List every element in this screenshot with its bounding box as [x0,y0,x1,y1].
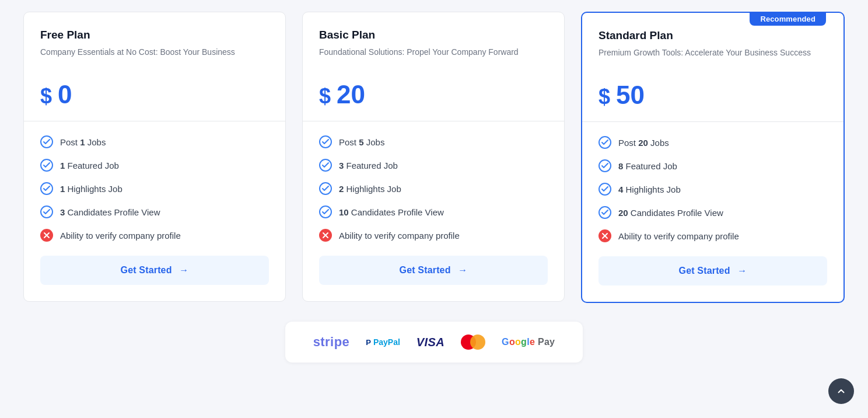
plan-header: Basic Plan Foundational Solutions: Prope… [303,12,564,121]
plan-header: Standard Plan Premium Growth Tools: Acce… [582,13,844,122]
feature-check-item: 2 Highlights Job [319,182,548,195]
scroll-to-top-button[interactable] [828,378,854,404]
feature-check-item: 3 Featured Job [319,159,548,172]
arrow-icon: → [458,265,467,275]
feature-list: Post 1 Jobs 1 Featured Job 1 Highlig [40,135,269,242]
price-symbol: $ [40,84,58,108]
gpay-logo: Google Pay [502,337,555,347]
payment-section: stripe P PayPal VISA Google Pay [23,322,845,363]
check-icon [319,159,332,172]
feature-text: Ability to verify company profile [60,231,181,241]
plan-features: Post 20 Jobs 8 Featured Job 4 Highli [582,122,844,302]
checkmark-icon [43,185,50,192]
cross-icon [319,229,332,242]
mc-yellow-circle [470,335,485,350]
checkmark-icon [322,138,329,145]
feature-text: 3 Candidates Profile View [60,207,160,217]
visa-logo: VISA [416,336,444,349]
feature-cross-item: Ability to verify company profile [319,229,548,242]
arrow-icon: → [737,266,747,276]
check-icon [598,206,611,219]
feature-list: Post 5 Jobs 3 Featured Job 2 Highlig [319,135,548,242]
feature-check-item: 1 Featured Job [40,159,269,172]
feature-text: 2 Highlights Job [339,184,401,194]
plan-description: Company Essentials at No Cost: Boost You… [40,46,269,69]
plan-card-basic: Basic Plan Foundational Solutions: Prope… [302,12,565,302]
plan-price: $ 20 [319,80,548,109]
feature-check-item: 4 Highlights Job [598,183,827,196]
check-icon [319,205,332,218]
checkmark-icon [322,162,329,169]
checkmark-icon [43,208,50,215]
feature-text: 1 Highlights Job [60,184,123,194]
stripe-logo: stripe [313,335,350,350]
get-started-button[interactable]: Get Started → [40,256,269,285]
plan-card-standard: Recommended Standard Plan Premium Growth… [581,12,845,303]
plan-name: Standard Plan [598,29,827,42]
check-icon [40,205,53,218]
feature-check-item: Post 5 Jobs [319,135,548,148]
checkmark-icon [322,208,329,215]
cross-icon [40,229,53,242]
check-icon [319,182,332,195]
feature-text: Post 5 Jobs [339,137,384,147]
feature-text: 8 Featured Job [618,161,677,171]
feature-list: Post 20 Jobs 8 Featured Job 4 Highli [598,136,827,242]
feature-check-item: 10 Candidates Profile View [319,205,548,218]
feature-text: 20 Candidates Profile View [618,208,723,218]
checkmark-icon [601,209,608,216]
mastercard-logo [461,335,485,350]
plan-price: $ 0 [40,80,269,109]
check-icon [598,183,611,196]
check-icon [319,135,332,148]
price-symbol: $ [598,85,616,109]
plan-features: Post 5 Jobs 3 Featured Job 2 Highlig [303,121,564,301]
feature-text: Post 1 Jobs [60,137,106,147]
checkmark-icon [322,185,329,192]
checkmark-icon [601,162,608,169]
get-started-button[interactable]: Get Started → [319,256,548,285]
plan-description: Premium Growth Tools: Accelerate Your Bu… [598,47,827,70]
feature-text: Post 20 Jobs [618,138,669,148]
cross-icon [598,229,611,242]
plan-description: Foundational Solutions: Propel Your Comp… [319,46,548,69]
get-started-button[interactable]: Get Started → [598,256,827,285]
feature-text: 1 Featured Job [60,161,119,170]
check-icon [40,135,53,148]
plan-header: Free Plan Company Essentials at No Cost:… [24,12,285,121]
recommended-badge: Recommended [750,12,826,26]
plan-features: Post 1 Jobs 1 Featured Job 1 Highlig [24,121,285,301]
feature-cross-item: Ability to verify company profile [40,229,269,242]
checkmark-icon [43,138,50,145]
plan-card-free: Free Plan Company Essentials at No Cost:… [23,12,286,302]
feature-check-item: Post 20 Jobs [598,136,827,149]
check-icon [598,136,611,149]
feature-check-item: 20 Candidates Profile View [598,206,827,219]
payment-card: stripe P PayPal VISA Google Pay [285,322,583,363]
check-icon [40,159,53,172]
price-symbol: $ [319,84,337,108]
feature-check-item: Post 1 Jobs [40,135,269,148]
plan-name: Basic Plan [319,29,548,41]
plan-name: Free Plan [40,29,269,41]
paypal-p-icon: P [366,338,371,347]
checkmark-icon [43,162,50,169]
chevron-up-icon [836,386,846,396]
feature-cross-item: Ability to verify company profile [598,229,827,242]
feature-text: Ability to verify company profile [618,231,739,241]
x-icon [322,232,329,239]
plan-price: $ 50 [598,81,827,110]
feature-text: 4 Highlights Job [618,184,681,194]
feature-text: Ability to verify company profile [339,231,460,241]
feature-text: 10 Candidates Profile View [339,207,444,217]
checkmark-icon [601,139,608,146]
paypal-text: PayPal [373,337,400,347]
x-icon [43,232,50,239]
check-icon [40,182,53,195]
feature-check-item: 8 Featured Job [598,159,827,172]
check-icon [598,159,611,172]
x-icon [601,232,608,239]
arrow-icon: → [179,265,188,275]
plans-grid: Free Plan Company Essentials at No Cost:… [23,12,845,303]
checkmark-icon [601,186,608,193]
